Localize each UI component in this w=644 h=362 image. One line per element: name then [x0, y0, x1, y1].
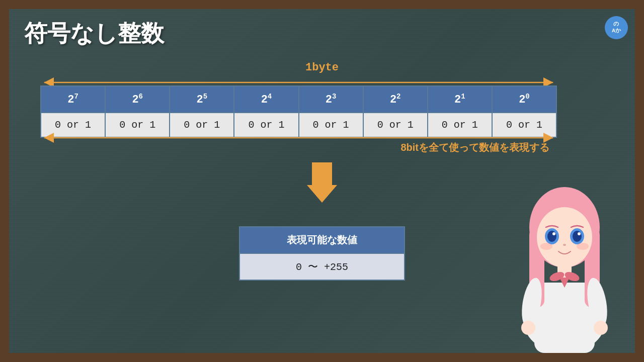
bit-header-1: 21 — [428, 86, 492, 113]
result-table: 表現可能な数値 0 〜 +255 — [239, 226, 405, 281]
svg-marker-6 — [307, 162, 337, 203]
bit-header-7: 27 — [41, 86, 105, 113]
bit-table-wrapper: 2726252423222120 0 or 10 or 10 or 10 or … — [40, 85, 557, 138]
bit-header-4: 24 — [234, 86, 298, 113]
down-arrow — [307, 162, 337, 203]
bit-header-5: 25 — [170, 86, 234, 113]
svg-point-24 — [577, 243, 589, 250]
logo-text: のAか — [612, 21, 621, 34]
svg-point-22 — [563, 244, 566, 246]
svg-point-32 — [594, 321, 608, 335]
svg-point-21 — [578, 232, 581, 235]
bit-table: 2726252423222120 0 or 10 or 10 or 10 or … — [40, 85, 557, 138]
page-title: 符号なし整数 — [24, 18, 164, 49]
logo-badge: のAか — [605, 16, 628, 39]
svg-point-31 — [521, 321, 535, 335]
svg-point-20 — [552, 232, 555, 235]
bit-header-0: 20 — [492, 86, 556, 113]
character-image — [494, 162, 635, 353]
byte-label: 1byte — [305, 61, 339, 74]
svg-point-19 — [573, 231, 582, 242]
svg-point-18 — [547, 231, 556, 242]
chalkboard-background: 符号なし整数 のAか 1byte 2726252423222120 — [0, 0, 644, 362]
result-value: 0 〜 +255 — [239, 253, 405, 280]
bit-header-2: 22 — [363, 86, 428, 113]
result-header: 表現可能な数値 — [239, 227, 405, 253]
bit-header-6: 26 — [105, 86, 170, 113]
bit-header-row: 2726252423222120 — [41, 86, 556, 113]
result-table-wrapper: 表現可能な数値 0 〜 +255 — [239, 226, 405, 281]
bit-note: 8bitを全て使って数値を表現する — [400, 141, 549, 154]
svg-point-23 — [540, 243, 552, 250]
bit-header-3: 23 — [299, 86, 363, 113]
